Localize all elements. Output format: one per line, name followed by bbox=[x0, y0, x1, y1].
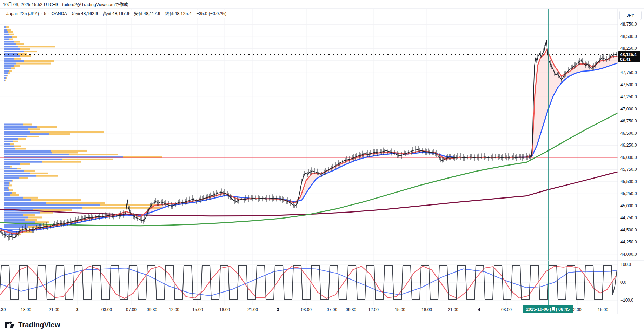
session-date: 2025-10-06 (月) bbox=[526, 307, 557, 313]
candle-wicks bbox=[0, 38, 616, 241]
legend-separator: · bbox=[48, 11, 49, 16]
bar-countdown: 02:41 bbox=[620, 57, 630, 61]
session-time: 08:45 bbox=[558, 307, 570, 312]
tradingview-logo-icon[interactable] bbox=[5, 320, 15, 329]
symbol-name[interactable]: Japan 225 (JPY) bbox=[6, 11, 39, 16]
high-label: 高値 bbox=[103, 11, 112, 16]
high-value: 48,167.9 bbox=[112, 11, 130, 16]
ma-red-line bbox=[0, 49, 618, 234]
session-date-badge: 2025-10-06 (月) 08:45 bbox=[523, 305, 573, 313]
ma-ribbon-fill bbox=[0, 49, 618, 234]
last-price-value: 48,125.4 bbox=[620, 52, 637, 57]
close-value: 48,125.4 bbox=[174, 11, 192, 16]
main-chart[interactable] bbox=[0, 0, 644, 316]
footer: TradingView bbox=[5, 320, 60, 329]
last-price-label: 48,125.4 02:41 bbox=[618, 51, 640, 62]
currency-axis-button[interactable]: JPY bbox=[619, 11, 642, 20]
legend-separator: · bbox=[41, 11, 42, 16]
low-value: 48,117.9 bbox=[144, 11, 160, 16]
chart-legend[interactable]: Japan 225 (JPY)·5·OANDA 始値48,162.9 高値48,… bbox=[4, 10, 229, 18]
volume-profile bbox=[4, 26, 162, 235]
open-label: 始値 bbox=[72, 11, 80, 16]
brand-name[interactable]: TradingView bbox=[18, 321, 60, 329]
change-value: −35.0 (−0.07%) bbox=[196, 11, 226, 16]
open-value: 48,162.9 bbox=[81, 11, 98, 16]
exchange-name: OANDA bbox=[51, 11, 67, 16]
interval-value[interactable]: 5 bbox=[44, 11, 46, 16]
tradingview-snapshot: 10月 06, 2025 15:52 UTC+9、tuiteru2がTradin… bbox=[0, 0, 644, 336]
low-label: 安値 bbox=[134, 11, 143, 16]
close-label: 終値 bbox=[165, 11, 174, 16]
